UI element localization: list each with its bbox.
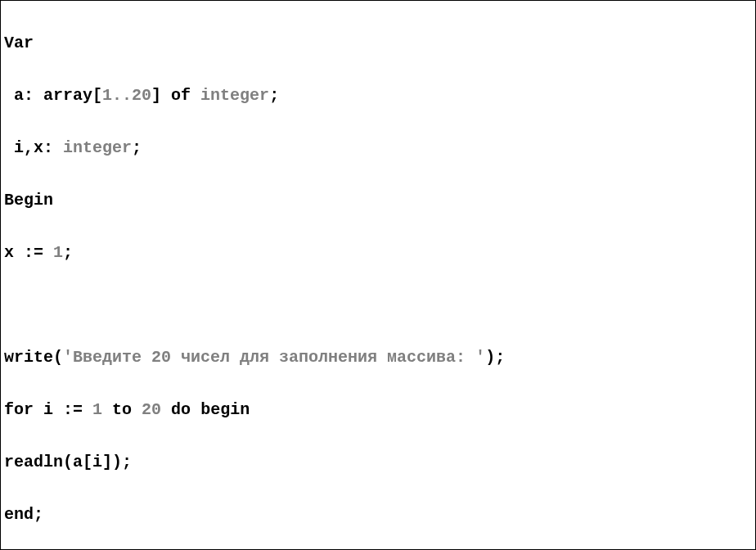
keyword-var: Var (4, 34, 34, 52)
code-line: a: array[1..20] of integer; (4, 83, 752, 109)
code-line: write('Введите 20 чисел для заполнения м… (4, 345, 752, 371)
code-line: for i := 1 to 20 do begin (4, 397, 752, 423)
code-line: Var (4, 30, 752, 56)
code-line: end; (4, 502, 752, 528)
code-line: x := 1; (4, 240, 752, 266)
code-line (4, 292, 752, 318)
code-block: Var a: array[1..20] of integer; i,x: int… (4, 4, 752, 550)
code-line: readln(a[i]); (4, 449, 752, 476)
code-line: i,x: integer; (4, 135, 752, 161)
code-line: Begin (4, 187, 752, 214)
